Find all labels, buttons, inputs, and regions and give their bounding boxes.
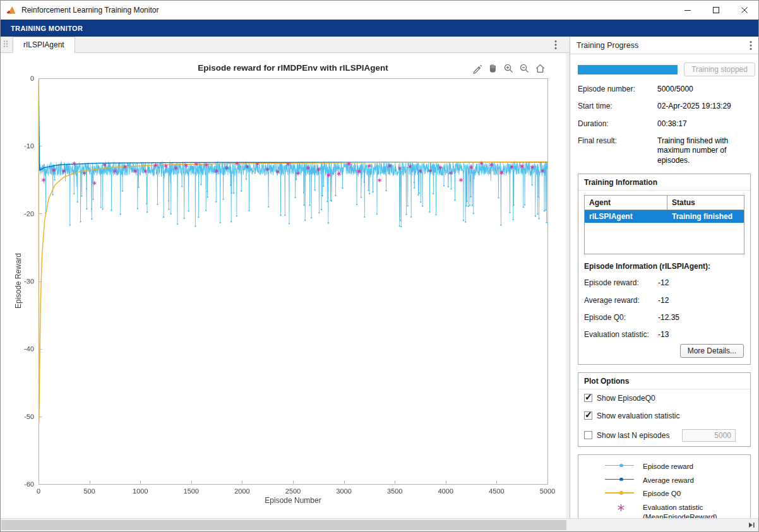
option-row: Show EpisodeQ0 <box>578 389 750 407</box>
legend-line-sample <box>604 489 639 497</box>
legend-item: Evaluation statistic (MeanEpisodeReward) <box>578 503 750 518</box>
stat-label: Final result: <box>578 136 657 165</box>
scroll-right-icon[interactable] <box>747 521 756 531</box>
horizontal-scrollbar-thumb[interactable] <box>1 520 566 530</box>
show-last-n-episodes-checkbox[interactable] <box>584 431 592 439</box>
agent-table-header: Agent Status <box>585 196 744 210</box>
minimize-button[interactable] <box>673 1 702 20</box>
export-icon[interactable] <box>470 62 483 74</box>
last-n-episodes-input[interactable] <box>682 429 736 442</box>
legend-line-sample <box>604 476 639 483</box>
option-row: Show evaluation statistic <box>578 407 750 425</box>
window-title: Reinforcement Learning Training Monitor <box>21 6 673 15</box>
stat-value: 5000/5000 <box>657 85 751 94</box>
legend-item-label: Episode reward <box>643 462 693 471</box>
figure-area: Episode reward for rIMDPEnv with rILSPIA… <box>1 53 566 518</box>
stat-value: 00:38:17 <box>657 119 751 129</box>
toolstrip-ribbon: TRAINING MONITOR <box>1 20 758 37</box>
agent-table-empty-area <box>585 223 744 254</box>
stat-value: -13 <box>658 330 744 340</box>
panel-header: Training Progress <box>570 37 758 54</box>
maximize-button[interactable] <box>702 1 730 20</box>
axes-toolbar <box>469 61 547 75</box>
chart-legend: Episode reward Average reward <box>578 454 751 518</box>
option-label: Show last N episodes <box>597 431 669 440</box>
agent-document-tab[interactable]: rILSPIAgent <box>13 37 75 53</box>
ribbon-tab-training-monitor[interactable]: TRAINING MONITOR <box>3 21 90 35</box>
figure-options-icon[interactable] <box>554 40 557 50</box>
legend-item-label: Evaluation statistic (MeanEpisodeReward) <box>643 503 717 518</box>
title-bar: Reinforcement Learning Training Monitor <box>1 1 758 20</box>
stat-label: Episode Q0: <box>584 313 658 322</box>
stat-value: -12.35 <box>658 313 744 322</box>
more-details-button[interactable]: More Details... <box>680 344 744 358</box>
stat-label: Episode reward: <box>584 278 658 288</box>
stat-label: Start time: <box>578 102 657 111</box>
zoom-in-icon[interactable] <box>502 62 515 74</box>
training-information-group: Training Information Agent Status rILSPI… <box>578 174 751 364</box>
status-bar <box>1 518 758 531</box>
legend-item-label-line: (MeanEpisodeReward) <box>643 512 717 518</box>
plot-options-title: Plot Options <box>578 373 750 389</box>
stat-label: Episode number: <box>578 85 657 94</box>
episode-information-title: Episode Information (rILSPIAgent): <box>578 261 750 278</box>
agent-table-row[interactable]: rILSPIAgent Training finished <box>585 210 744 223</box>
legend-item: Episode Q0 <box>578 489 750 499</box>
stat-value: Training finished with maximum number of… <box>657 136 751 165</box>
stat-value: -12 <box>658 296 744 305</box>
y-axis-label: Episode Reward <box>14 237 23 325</box>
pan-icon[interactable] <box>486 62 499 74</box>
show-evaluation-statistic-checkbox[interactable] <box>584 411 592 420</box>
episode-information: Episode reward: -12 Average reward: -12 … <box>584 278 744 340</box>
training-stopped-button[interactable]: Training stopped <box>684 62 755 76</box>
status-cell: Training finished <box>667 210 744 223</box>
agent-cell: rILSPIAgent <box>585 210 667 223</box>
legend-item-label-line: Evaluation statistic <box>643 503 717 512</box>
agent-column-header: Agent <box>585 196 667 210</box>
panel-options-icon[interactable] <box>750 40 752 50</box>
option-label: Show EpisodeQ0 <box>597 394 655 403</box>
document-area: rILSPIAgent Episode reward for rIMDPEnv … <box>1 37 570 518</box>
legend-item: Episode reward <box>578 462 750 471</box>
stat-label: Average reward: <box>584 296 658 305</box>
option-label: Show evaluation statistic <box>597 411 679 420</box>
legend-asterisk-sample <box>604 503 639 511</box>
option-row: Show last N episodes <box>578 425 750 446</box>
matlab-logo-icon <box>6 4 17 16</box>
agent-table: Agent Status rILSPIAgent Training finish… <box>584 195 744 254</box>
x-axis-label: Episode Number <box>39 496 547 505</box>
legend-line-sample <box>604 462 639 470</box>
restore-view-icon[interactable] <box>534 62 546 74</box>
training-progress-bar <box>578 65 678 74</box>
close-button[interactable] <box>730 1 758 20</box>
window-controls <box>673 1 758 20</box>
show-episodeq0-checkbox[interactable] <box>584 394 592 402</box>
training-progress-fill <box>578 65 678 74</box>
training-progress-panel: Training Progress Training stopped Episo… <box>570 37 758 518</box>
training-information-title: Training Information <box>578 174 750 191</box>
legend-item-label: Episode Q0 <box>643 489 681 499</box>
zoom-out-icon[interactable] <box>518 62 530 74</box>
app-window: Reinforcement Learning Training Monitor … <box>0 0 759 532</box>
stat-value: -12 <box>658 278 744 288</box>
legend-item: Average reward <box>578 476 750 485</box>
plot-options-group: Plot Options Show EpisodeQ0 Show evaluat… <box>578 372 751 447</box>
document-tab-bar: rILSPIAgent <box>1 37 570 53</box>
stat-value: 02-Apr-2025 19:13:29 <box>657 102 751 111</box>
tab-grip-icon[interactable] <box>3 40 8 50</box>
stat-label: Duration: <box>578 119 657 129</box>
status-column-header: Status <box>667 196 744 210</box>
agent-tab-label: rILSPIAgent <box>23 40 64 49</box>
asterisk-marker-icon <box>617 504 625 512</box>
chart-canvas[interactable] <box>1 53 566 518</box>
stat-label: Evaluation statistic: <box>584 330 658 340</box>
panel-title: Training Progress <box>577 41 638 50</box>
legend-item-label: Average reward <box>643 476 694 485</box>
training-stats: Episode number: 5000/5000 Start time: 02… <box>578 85 751 165</box>
panel-body: Training stopped Episode number: 5000/50… <box>570 54 758 518</box>
